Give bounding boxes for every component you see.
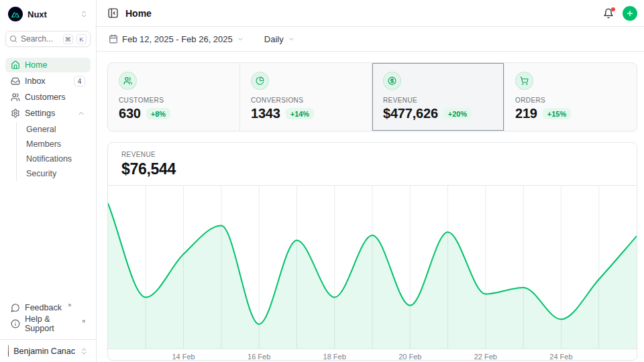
cart-icon — [515, 72, 533, 90]
sidebar-item-home[interactable]: Home — [5, 58, 91, 72]
user-menu[interactable]: Benjamin Canac — [0, 339, 96, 362]
search-icon — [9, 35, 17, 43]
gear-icon — [11, 109, 20, 118]
sidebar-nav: Home Inbox 4 Customers Settings Genera — [5, 58, 91, 182]
stat-label: REVENUE — [383, 97, 493, 104]
chart-x-axis: 14 Feb16 Feb18 Feb20 Feb22 Feb24 Feb — [108, 349, 637, 360]
stat-label: ORDERS — [515, 97, 626, 104]
stat-value: 630 — [119, 106, 141, 121]
stat-delta-badge: +8% — [146, 108, 170, 119]
chart-metric-label: REVENUE — [121, 151, 623, 158]
sidebar-item-notifications[interactable]: Notifications — [23, 152, 91, 166]
stat-card-revenue[interactable]: REVENUE $477,626 +20% — [372, 63, 504, 131]
stat-delta-badge: +14% — [286, 108, 314, 119]
stat-value: 1343 — [251, 106, 280, 121]
workspace-switcher[interactable]: Nuxt — [5, 4, 91, 24]
date-range-picker[interactable]: Feb 12, 2025 - Feb 26, 2025 — [105, 32, 248, 47]
notifications-button[interactable] — [603, 8, 614, 19]
page-title: Home — [125, 8, 152, 19]
stat-delta-badge: +20% — [443, 108, 472, 119]
sidebar-item-inbox[interactable]: Inbox 4 — [5, 74, 91, 88]
nuxt-logo-icon — [8, 7, 23, 21]
date-range-value: Feb 12, 2025 - Feb 26, 2025 — [122, 34, 233, 44]
dollar-circle-icon — [383, 72, 401, 90]
users-icon — [119, 72, 137, 90]
filters-toolbar: Feb 12, 2025 - Feb 26, 2025 Daily — [97, 27, 644, 52]
revenue-chart-card: REVENUE $76,544 14 Feb16 Feb18 Feb20 Feb… — [107, 142, 637, 361]
x-tick-label: 20 Feb — [398, 353, 421, 361]
inbox-count-badge: 4 — [74, 76, 85, 86]
sidebar-item-general[interactable]: General — [23, 122, 91, 137]
arrow-up-right-icon — [81, 319, 86, 324]
arrow-up-right-icon — [67, 303, 72, 308]
stat-label: CUSTOMERS — [119, 97, 229, 104]
info-circle-icon — [11, 319, 20, 328]
chevron-down-icon — [237, 36, 244, 43]
period-value: Daily — [264, 34, 284, 44]
chart-plot-area[interactable] — [108, 186, 637, 349]
stat-value: $477,626 — [383, 106, 438, 121]
stat-value: 219 — [515, 106, 537, 121]
chevron-up-icon — [77, 109, 85, 117]
kbd-cmd: ⌘ — [63, 34, 74, 44]
search-input[interactable] — [21, 34, 60, 44]
x-tick-label: 16 Feb — [248, 353, 270, 361]
sidebar-item-members[interactable]: Members — [23, 137, 91, 152]
search-box[interactable]: ⌘ K — [5, 31, 91, 47]
sidebar-footer: Feedback Help & Support — [5, 300, 91, 333]
settings-subnav: General Members Notifications Security — [16, 122, 91, 181]
top-bar: Home — [97, 0, 644, 27]
plus-icon — [626, 9, 634, 17]
revenue-area-chart[interactable] — [108, 186, 637, 349]
chevrons-up-down-icon — [80, 10, 88, 18]
home-icon — [11, 60, 20, 70]
pie-chart-icon — [251, 72, 269, 90]
inbox-icon — [11, 76, 20, 86]
x-tick-label: 18 Feb — [323, 353, 346, 361]
dashboard-content: CUSTOMERS 630 +8% CONVERSIONS 1343 +14% — [97, 52, 644, 362]
users-icon — [11, 93, 20, 102]
chevron-down-icon — [288, 36, 295, 43]
sidebar-spacer — [0, 182, 96, 300]
calendar-icon — [109, 34, 118, 44]
sidebar: Nuxt ⌘ K Home Inbox 4 — [0, 0, 97, 362]
stat-card-conversions[interactable]: CONVERSIONS 1343 +14% — [240, 63, 372, 131]
x-tick-label: 22 Feb — [474, 353, 497, 361]
help-support-link[interactable]: Help & Support — [5, 316, 91, 331]
user-name: Benjamin Canac — [13, 347, 75, 356]
x-tick-label: 14 Feb — [172, 353, 195, 361]
main-area: Home Feb 12, 2025 - Feb 26, 2025 Daily — [97, 0, 644, 362]
sidebar-item-customers[interactable]: Customers — [5, 90, 91, 105]
chevrons-up-down-icon — [80, 347, 88, 355]
kbd-k: K — [76, 34, 87, 44]
stat-card-orders[interactable]: ORDERS 219 +15% — [504, 63, 637, 131]
period-select[interactable]: Daily — [260, 32, 299, 47]
sidebar-item-security[interactable]: Security — [23, 166, 91, 181]
message-bubble-icon — [11, 303, 20, 312]
x-tick-label: 24 Feb — [549, 353, 572, 361]
sidebar-item-settings[interactable]: Settings — [5, 106, 91, 121]
feedback-link[interactable]: Feedback — [5, 300, 91, 315]
chart-metric-value: $76,544 — [121, 160, 623, 178]
stat-label: CONVERSIONS — [251, 97, 361, 104]
stat-card-customers[interactable]: CUSTOMERS 630 +8% — [108, 63, 240, 131]
add-button[interactable] — [623, 6, 637, 21]
workspace-name: Nuxt — [28, 9, 47, 19]
notification-dot — [611, 7, 616, 12]
chart-header: REVENUE $76,544 — [108, 143, 637, 186]
stats-panel: CUSTOMERS 630 +8% CONVERSIONS 1343 +14% — [107, 62, 637, 131]
stat-delta-badge: +15% — [543, 108, 571, 119]
sidebar-collapse-button[interactable] — [107, 7, 119, 19]
avatar — [8, 345, 9, 357]
